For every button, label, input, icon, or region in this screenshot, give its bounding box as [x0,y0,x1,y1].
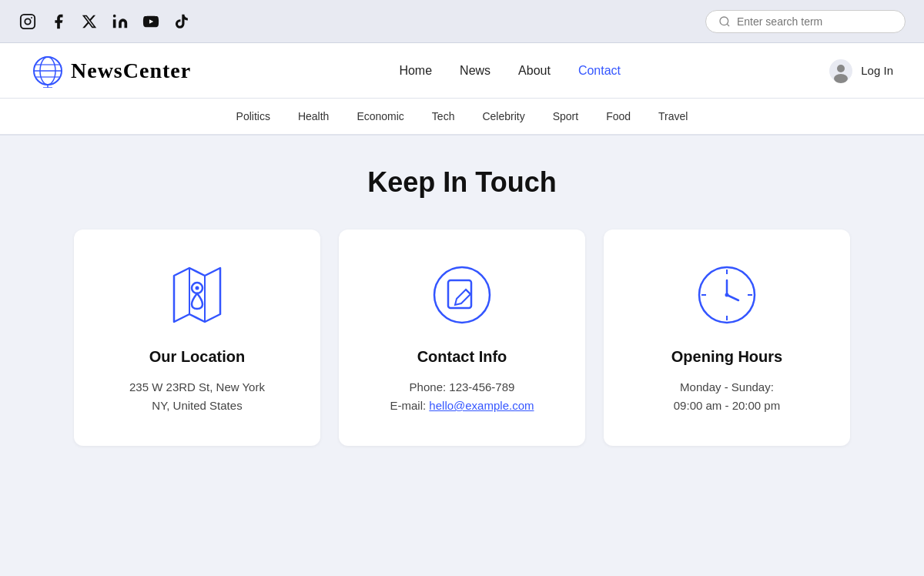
svg-line-7 [727,24,729,26]
cards-container: Our Location 235 W 23RD St, New York NY,… [62,229,862,446]
contact-card-title: Contact Info [417,348,507,366]
category-travel[interactable]: Travel [658,110,688,122]
location-card: Our Location 235 W 23RD St, New York NY,… [74,229,320,446]
page-title: Keep In Touch [62,166,862,199]
nav-right: Log In [829,59,893,83]
search-icon [718,15,731,28]
svg-point-2 [31,17,32,18]
x-twitter-icon[interactable] [80,12,99,31]
category-economic[interactable]: Economic [357,110,403,122]
navbar: NewsCenter Home News About Contact Log I… [0,43,924,99]
map-icon [162,260,232,330]
phone-value: 123-456-789 [449,380,514,393]
location-card-text: 235 W 23RD St, New York NY, United State… [129,378,265,415]
nav-home[interactable]: Home [399,64,432,78]
svg-point-17 [834,74,848,83]
svg-point-6 [720,17,728,25]
category-politics[interactable]: Politics [236,110,270,122]
location-card-title: Our Location [149,348,245,366]
hours-card: Opening Hours Monday - Sunday: 09:00 am … [604,229,850,446]
hours-card-text: Monday - Sunday: 09:00 am - 20:00 pm [674,378,780,415]
email-label: E-mail: [390,399,430,412]
nav-news[interactable]: News [460,64,490,78]
svg-point-33 [725,293,729,297]
phone-label: Phone: [410,380,450,393]
category-health[interactable]: Health [298,110,329,122]
category-food[interactable]: Food [606,110,631,122]
instagram-icon[interactable] [18,12,37,31]
facebook-icon[interactable] [49,12,68,31]
nav-about[interactable]: About [518,64,551,78]
svg-rect-0 [21,14,35,28]
search-input[interactable] [737,15,892,28]
top-bar [0,0,924,43]
nav-contact[interactable]: Contact [578,64,621,78]
category-bar: Politics Health Economic Tech Celebrity … [0,99,924,136]
svg-point-22 [196,286,199,290]
nav-links: Home News About Contact [399,64,621,78]
category-celebrity[interactable]: Celebrity [482,110,524,122]
category-tech[interactable]: Tech [432,110,455,122]
contact-card: Contact Info Phone: 123-456-789 E-mail: … [339,229,585,446]
svg-point-16 [837,65,845,72]
hours-card-title: Opening Hours [671,348,782,366]
logo-text: NewsCenter [71,59,191,83]
contact-icon [427,260,497,330]
clock-icon [692,260,762,330]
tiktok-icon[interactable] [172,12,191,31]
login-button[interactable]: Log In [861,64,893,77]
svg-point-4 [113,14,116,17]
svg-point-23 [434,267,490,323]
social-icons-group [18,12,191,31]
linkedin-icon[interactable] [111,12,129,31]
svg-point-1 [25,18,30,24]
main-content: Keep In Touch Our Location 235 W 23RD St… [0,136,924,477]
svg-rect-3 [113,19,116,28]
user-icon [829,59,853,83]
contact-card-text: Phone: 123-456-789 E-mail: hello@example… [390,378,534,415]
email-link[interactable]: hello@example.com [429,399,534,412]
globe-icon [31,54,65,88]
category-sport[interactable]: Sport [553,110,578,122]
logo[interactable]: NewsCenter [31,54,191,88]
search-box[interactable] [705,10,906,33]
youtube-icon[interactable] [142,12,160,31]
svg-line-25 [466,290,470,294]
